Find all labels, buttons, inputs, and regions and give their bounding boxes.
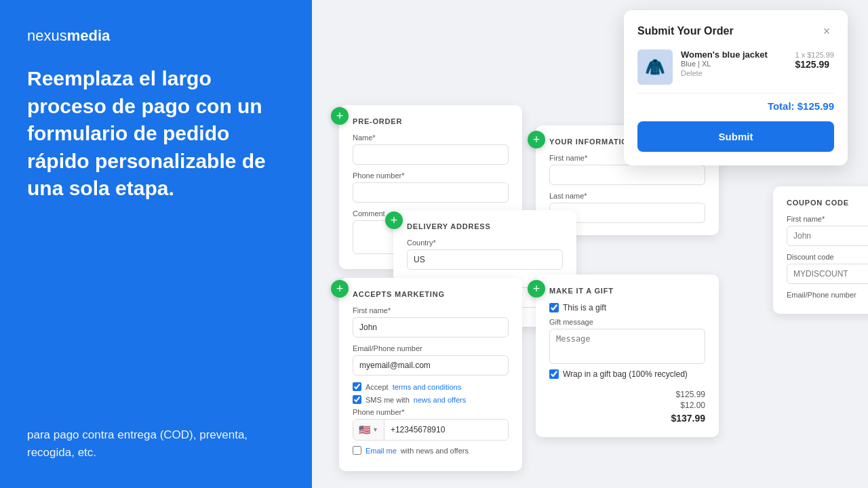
- email-me-link[interactable]: Email me: [366, 447, 397, 455]
- add-delivery-button[interactable]: +: [385, 211, 403, 229]
- add-your-info-button[interactable]: +: [528, 131, 545, 148]
- gift-title: MAKE IT A GIFT: [549, 287, 705, 295]
- is-gift-row: This is a gift: [549, 303, 705, 312]
- name-label: Name*: [353, 134, 509, 142]
- coupon-first-name-input[interactable]: [787, 226, 868, 246]
- product-name: Women's blue jacket: [681, 49, 787, 60]
- order-modal: Submit Your Order × 🧥 Women's blue jacke…: [624, 10, 848, 165]
- wrap-row: Wrap in a gift bag (100% recycled): [549, 369, 705, 379]
- subtotal-line: $125.99: [549, 390, 705, 399]
- news-link[interactable]: news and offers: [414, 396, 466, 404]
- left-panel: nexusmedia Reemplaza el largo proceso de…: [0, 0, 312, 488]
- wrap-label: Wrap in a gift bag (100% recycled): [563, 369, 688, 379]
- coupon-row: Apply: [787, 264, 868, 284]
- delivery-title: DELIVERY ADDRESS: [407, 222, 563, 230]
- is-gift-label: This is a gift: [563, 303, 606, 312]
- pre-order-title: PRE-ORDER: [353, 117, 509, 125]
- accept-text: Accept: [366, 383, 389, 391]
- product-price: $125.99: [795, 59, 835, 70]
- terms-row: Accept terms and conditions: [353, 382, 509, 391]
- close-button[interactable]: ×: [819, 24, 834, 39]
- terms-link[interactable]: terms and conditions: [393, 383, 462, 391]
- discount-input[interactable]: [787, 264, 868, 284]
- email-me-checkbox[interactable]: [353, 446, 361, 455]
- gift-fee-value: $12.00: [680, 401, 705, 410]
- gift-message-label: Gift message: [549, 318, 705, 326]
- product-qty: 1 x $125.99: [795, 51, 835, 59]
- email-phone-label: Email/Phone number: [787, 291, 868, 299]
- last-name-label: Last name*: [549, 192, 705, 200]
- country-input[interactable]: [407, 249, 563, 270]
- marketing-phone-input[interactable]: [384, 420, 508, 440]
- delete-link[interactable]: Delete: [681, 69, 787, 77]
- coupon-first-name-label: First name*: [787, 215, 868, 223]
- is-gift-checkbox[interactable]: [549, 303, 559, 312]
- add-marketing-button[interactable]: +: [331, 280, 349, 298]
- gift-fee-line: $12.00: [549, 401, 705, 410]
- sms-text: SMS me with: [366, 396, 410, 404]
- order-total: Total: $125.99: [637, 93, 834, 112]
- marketing-first-name-input[interactable]: [353, 317, 509, 338]
- hero-subtext: para pago contra entrega (COD), preventa…: [27, 426, 285, 461]
- first-name-input[interactable]: [549, 165, 705, 185]
- product-image: 🧥: [637, 49, 673, 85]
- right-panel: Submit Your Order × 🧥 Women's blue jacke…: [312, 0, 868, 488]
- product-info: Women's blue jacket Blue | XL Delete: [681, 49, 787, 77]
- order-summary-footer: $125.99 $12.00 $137.99: [549, 384, 705, 424]
- brand-logo: nexusmedia: [27, 27, 285, 45]
- discount-label: Discount code: [787, 253, 868, 261]
- coupon-card: COUPON CODE First name* Discount code Ap…: [773, 186, 868, 314]
- marketing-card: ACCEPTS MARKETING First name* Email/Phon…: [339, 278, 522, 471]
- wrap-checkbox[interactable]: [549, 369, 559, 379]
- sms-checkbox[interactable]: [353, 395, 361, 404]
- flag-selector[interactable]: 🇺🇸 ▼: [353, 420, 384, 440]
- product-attrs: Blue | XL: [681, 60, 787, 68]
- phone-label: Phone number*: [353, 171, 509, 180]
- modal-title: Submit Your Order: [637, 25, 734, 37]
- order-item: 🧥 Women's blue jacket Blue | XL Delete 1…: [637, 49, 834, 85]
- phone-input[interactable]: [353, 182, 509, 203]
- total-value: $137.99: [671, 413, 705, 424]
- add-pre-order-button[interactable]: +: [331, 107, 349, 125]
- marketing-email-input[interactable]: [353, 355, 509, 375]
- add-gift-button[interactable]: +: [528, 280, 545, 298]
- country-label: Country*: [407, 239, 563, 247]
- total-line: $137.99: [549, 413, 705, 424]
- hero-headline: Reemplaza el largo proceso de pago con u…: [27, 65, 285, 203]
- marketing-title: ACCEPTS MARKETING: [353, 290, 509, 298]
- terms-checkbox[interactable]: [353, 382, 361, 391]
- coupon-title: COUPON CODE: [787, 199, 868, 207]
- gift-card: MAKE IT A GIFT This is a gift Gift messa…: [536, 274, 719, 437]
- marketing-email-label: Email/Phone number: [353, 344, 509, 352]
- gift-message-textarea[interactable]: [549, 329, 705, 364]
- name-input[interactable]: [353, 144, 509, 165]
- marketing-phone-label: Phone number*: [353, 408, 509, 416]
- subtotal-value: $125.99: [676, 390, 705, 399]
- email-me-row: Email me with news and offers: [353, 446, 509, 455]
- marketing-first-name-label: First name*: [353, 306, 509, 314]
- submit-button[interactable]: Submit: [637, 121, 834, 152]
- sms-row: SMS me with news and offers: [353, 395, 509, 404]
- phone-row: 🇺🇸 ▼: [353, 419, 509, 441]
- email-suffix: with news and offers: [401, 447, 469, 455]
